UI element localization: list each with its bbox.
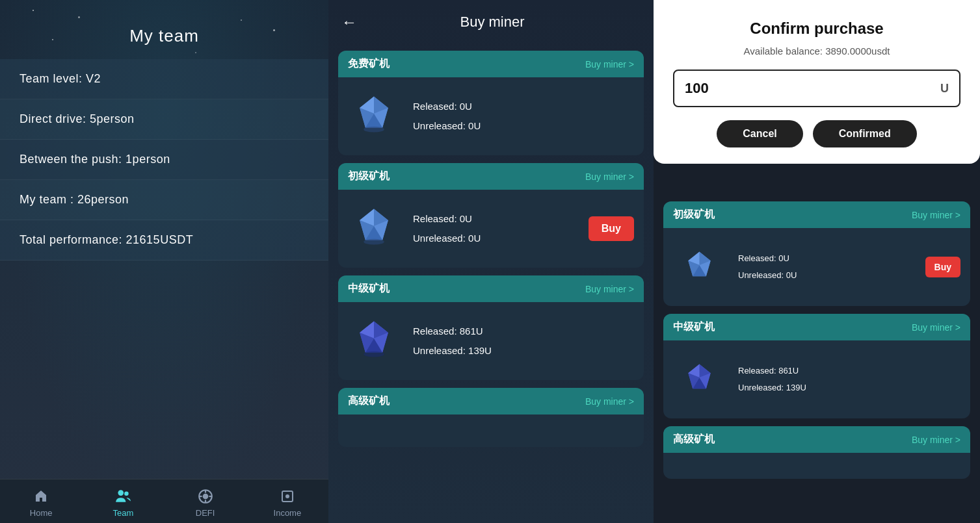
behind-released-mid: Released: 861U	[738, 363, 960, 379]
nav-defi-label: DEFI	[196, 508, 215, 518]
stat-total-performance: Total performance: 21615USDT	[0, 220, 328, 261]
svg-point-9	[285, 494, 289, 498]
miner-card-body-mid: Released: 861U Unreleased: 139U	[338, 302, 644, 380]
buy-miner-link-adv[interactable]: Buy miner >	[585, 396, 634, 407]
svg-point-1	[125, 491, 129, 496]
behind-miner-info-mid: Released: 861U Unreleased: 139U	[738, 363, 960, 396]
behind-modal-cards: 初级矿机 Buy miner > Released: 0U	[654, 201, 980, 523]
miner-card-title-mid: 中级矿机	[348, 282, 390, 296]
stat-value: 21615USDT	[126, 233, 194, 246]
behind-miner-icon-mid	[673, 353, 725, 405]
stat-label: My team :	[20, 193, 77, 206]
miner-unreleased-basic: Unreleased: 0U	[413, 229, 576, 248]
miner-info-basic: Released: 0U Unreleased: 0U	[413, 209, 576, 248]
behind-card-title-adv: 高级矿机	[673, 433, 715, 446]
miner-released-free: Released: 0U	[413, 97, 634, 116]
miner-icon-basic	[348, 203, 400, 255]
stat-value: V2	[86, 72, 101, 85]
miner-list: 免费矿机 Buy miner > Released:	[328, 44, 654, 523]
miner-icon-free	[348, 90, 400, 142]
behind-card-header-mid: 中级矿机 Buy miner >	[663, 314, 970, 340]
nav-income-label: Income	[274, 508, 302, 518]
stat-label: Total performance:	[20, 233, 126, 246]
miner-card-header-free: 免费矿机 Buy miner >	[338, 51, 644, 77]
behind-card-body-adv	[663, 453, 970, 479]
miner-card-free: 免费矿机 Buy miner > Released:	[338, 51, 644, 155]
behind-card-mid: 中级矿机 Buy miner > Released: 861U	[663, 314, 970, 418]
miner-icon-mid	[348, 315, 400, 367]
behind-buy-link-basic[interactable]: Buy miner >	[912, 210, 960, 220]
miner-unreleased-mid: Unreleased: 139U	[413, 341, 634, 361]
miner-released-basic: Released: 0U	[413, 209, 576, 229]
behind-buy-link-mid[interactable]: Buy miner >	[912, 322, 960, 333]
svg-point-30	[364, 351, 384, 357]
behind-card-adv: 高级矿机 Buy miner >	[663, 426, 970, 479]
nav-team[interactable]: Team	[97, 487, 149, 518]
modal-input-container: U	[673, 70, 960, 107]
nav-income[interactable]: Income	[261, 487, 313, 518]
cancel-button[interactable]: Cancel	[717, 120, 802, 147]
team-panel: My team Team level: V2 Direct drive: 5pe…	[0, 0, 328, 523]
team-stats: Team level: V2 Direct drive: 5person Bet…	[0, 59, 328, 479]
miner-card-header-basic: 初级矿机 Buy miner >	[338, 163, 644, 190]
miner-card-title-free: 免费矿机	[348, 57, 390, 71]
svg-point-0	[118, 490, 124, 496]
nav-home-label: Home	[30, 508, 53, 518]
team-icon	[114, 487, 132, 505]
miner-card-body-basic: Released: 0U Unreleased: 0U Buy	[338, 190, 644, 268]
unit-label: U	[940, 82, 949, 96]
behind-card-title-mid: 中级矿机	[673, 320, 715, 334]
modal-button-row: Cancel Confirmed	[673, 120, 960, 147]
back-button[interactable]: ←	[341, 13, 357, 31]
stat-direct-drive: Direct drive: 5person	[0, 99, 328, 140]
behind-buy-button-basic[interactable]: Buy	[925, 257, 960, 277]
buy-miner-link-free[interactable]: Buy miner >	[585, 59, 634, 70]
buy-miner-panel: ← Buy miner 免费矿机 Buy miner >	[328, 0, 654, 523]
stat-team-level: Team level: V2	[0, 59, 328, 99]
stat-label: Team level:	[20, 72, 86, 85]
team-title: My team	[0, 0, 328, 59]
miner-info-free: Released: 0U Unreleased: 0U	[413, 97, 634, 136]
buy-miner-link-mid[interactable]: Buy miner >	[585, 284, 634, 294]
home-icon	[32, 487, 50, 505]
behind-miner-info-basic: Released: 0U Unreleased: 0U	[738, 250, 912, 284]
buy-miner-link-basic[interactable]: Buy miner >	[585, 172, 634, 182]
behind-card-basic: 初级矿机 Buy miner > Released: 0U	[663, 201, 970, 306]
stat-label: Direct drive:	[20, 112, 90, 125]
stat-value: 26person	[77, 193, 129, 206]
behind-card-body-basic: Released: 0U Unreleased: 0U Buy	[663, 228, 970, 306]
balance-value: 3890.0000usdt	[825, 45, 890, 57]
miner-header: ← Buy miner	[328, 0, 654, 44]
miner-card-adv: 高级矿机 Buy miner >	[338, 388, 644, 447]
nav-team-label: Team	[113, 508, 133, 518]
behind-card-title-basic: 初级矿机	[673, 208, 715, 222]
miner-card-header-adv: 高级矿机 Buy miner >	[338, 388, 644, 415]
behind-card-header-adv: 高级矿机 Buy miner >	[663, 426, 970, 453]
nav-defi[interactable]: DEFI	[179, 487, 232, 518]
svg-point-3	[202, 494, 208, 500]
confirm-button[interactable]: Confirmed	[813, 120, 917, 147]
stat-value: 5person	[90, 112, 135, 125]
amount-input[interactable]	[685, 80, 940, 97]
miner-released-mid: Released: 861U	[413, 322, 634, 341]
confirm-modal: Confirm purchase Available balance: 3890…	[654, 0, 980, 164]
defi-icon	[196, 487, 215, 505]
behind-miner-icon-basic	[673, 241, 725, 293]
miner-panel-title: Buy miner	[364, 14, 621, 31]
behind-buy-link-adv[interactable]: Buy miner >	[912, 435, 960, 445]
buy-button-basic[interactable]: Buy	[589, 216, 634, 241]
stat-between-push: Between the push: 1person	[0, 140, 328, 180]
nav-home[interactable]: Home	[15, 487, 67, 518]
miner-unreleased-free: Unreleased: 0U	[413, 116, 634, 136]
behind-card-header-basic: 初级矿机 Buy miner >	[663, 201, 970, 228]
behind-card-body-mid: Released: 861U Unreleased: 139U	[663, 340, 970, 418]
modal-balance: Available balance: 3890.0000usdt	[673, 45, 960, 57]
bottom-nav: Home Team	[0, 479, 328, 523]
behind-unreleased-basic: Unreleased: 0U	[738, 267, 912, 284]
miner-card-mid: 中级矿机 Buy miner > Released:	[338, 275, 644, 380]
confirm-panel: Confirm purchase Available balance: 3890…	[654, 0, 980, 523]
stat-my-team: My team : 26person	[0, 180, 328, 220]
stat-label: Between the push:	[20, 153, 126, 166]
miner-card-body-adv	[338, 415, 644, 447]
svg-point-23	[364, 239, 384, 245]
